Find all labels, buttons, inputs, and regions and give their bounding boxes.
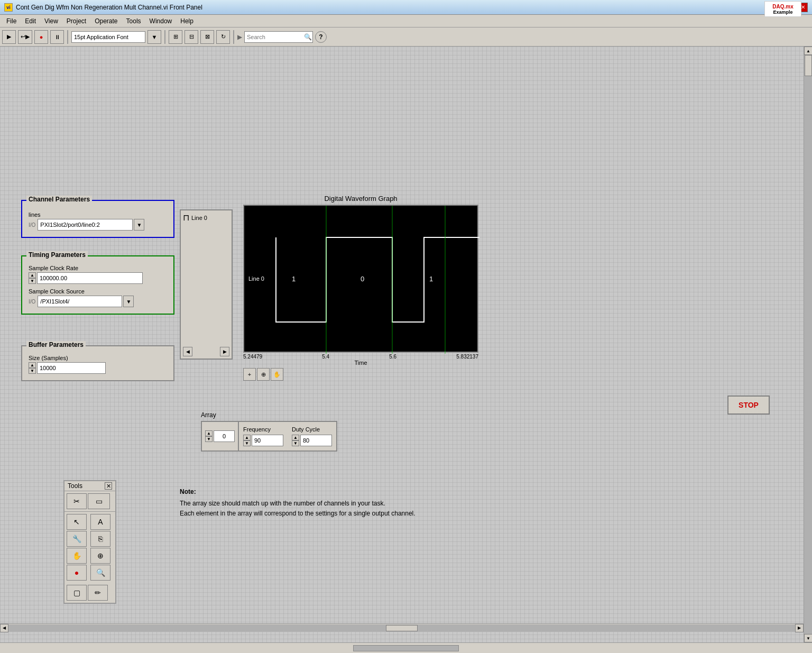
waveform-toolbar: + ⊕ ✋ [243, 368, 478, 381]
scroll-up-button[interactable]: ▲ [804, 47, 812, 55]
tool-probe[interactable]: 🔍 [90, 565, 110, 581]
io-prefix-clock: I/O [29, 299, 35, 305]
tools-title-bar: Tools ✕ [64, 481, 115, 491]
font-dropdown[interactable]: ▼ [147, 30, 161, 44]
dao-logo: DAQ.mx Example [764, 1, 801, 17]
menu-project[interactable]: Project [62, 16, 90, 26]
io-prefix-lines: I/O [29, 222, 35, 228]
tool-rect[interactable]: ▭ [88, 493, 110, 509]
duty-up[interactable]: ▲ [292, 435, 299, 440]
h-scroll-thumb[interactable] [386, 625, 418, 631]
pan-button[interactable]: ✋ [271, 368, 283, 381]
menu-operate[interactable]: Operate [90, 16, 122, 26]
freq-down[interactable]: ▼ [243, 440, 251, 446]
tools-close-button[interactable]: ✕ [105, 482, 112, 490]
menu-help[interactable]: Help [176, 16, 198, 26]
clock-rate-up[interactable]: ▲ [29, 272, 36, 278]
freq-up[interactable]: ▲ [243, 435, 251, 440]
toolbar-separator-2 [164, 30, 165, 44]
array-index-up[interactable]: ▲ [205, 430, 213, 436]
tool-hand[interactable]: ✋ [67, 548, 87, 564]
menu-edit[interactable]: Edit [21, 16, 40, 26]
clock-source-input[interactable] [38, 296, 122, 307]
buffer-parameters-box: Buffer Parameters Size (Samples) ▲ ▼ [21, 345, 174, 381]
run-button[interactable]: ▶ [2, 30, 16, 44]
size-input[interactable] [37, 362, 106, 374]
frequency-input[interactable] [252, 435, 283, 446]
clock-source-label: Sample Clock Source [29, 288, 167, 295]
h-scroll-track[interactable] [8, 624, 795, 632]
size-label: Size (Samples) [29, 355, 167, 361]
tool-stop-red[interactable]: ● [67, 565, 87, 581]
distribute-button[interactable]: ⊟ [184, 30, 198, 44]
stop-button[interactable]: STOP [727, 396, 770, 415]
size-up[interactable]: ▲ [29, 362, 36, 368]
lines-dropdown[interactable]: ▼ [134, 219, 144, 231]
clock-rate-down[interactable]: ▼ [29, 278, 36, 284]
array-container: ▲ ▼ Frequency ▲ ▼ [201, 421, 337, 452]
vertical-scrollbar[interactable]: ▲ ▼ [804, 47, 812, 642]
row-label: Line 0 [248, 275, 264, 282]
scroll-thumb[interactable] [805, 55, 812, 76]
tools-panel: Tools ✕ ✂ ▭ ↖ A 🔧 ⎘ ✋ ⊕ ● 🔍 ▢ ✏ [63, 480, 116, 604]
reorder-button[interactable]: ↻ [216, 30, 230, 44]
legend-scroll-left[interactable]: ◀ [183, 347, 192, 356]
resize-button[interactable]: ⊠ [200, 30, 214, 44]
clock-rate-input[interactable] [37, 272, 143, 284]
note-section: Note: The array size should match up wit… [180, 488, 416, 519]
tool-rect-outline[interactable]: ▢ [67, 585, 87, 601]
size-down[interactable]: ▼ [29, 368, 36, 374]
tool-scissors[interactable]: ✂ [67, 493, 87, 509]
tool-pointer[interactable]: ↖ [67, 514, 87, 530]
search-button[interactable]: 🔍 [304, 33, 312, 41]
status-center [2, 645, 810, 651]
window-icon: vi [4, 3, 13, 12]
align-button[interactable]: ⊞ [169, 30, 182, 44]
zoom-button[interactable]: + [243, 368, 256, 381]
tool-pencil[interactable]: ✏ [88, 585, 108, 601]
pause-button[interactable]: ⏸ [50, 30, 64, 44]
toolbar-separator-1 [67, 30, 68, 44]
tool-text[interactable]: A [90, 514, 110, 530]
duty-cycle-label: Duty Cycle [292, 426, 332, 433]
duty-cycle-input[interactable] [300, 435, 332, 446]
array-index-input[interactable] [214, 430, 235, 442]
scroll-left-button[interactable]: ◀ [0, 624, 8, 632]
menu-window[interactable]: Window [145, 16, 177, 26]
duty-cycle-spinner[interactable]: ▲ ▼ [292, 435, 299, 446]
scroll-right-button[interactable]: ▶ [795, 624, 804, 632]
tool-wrench[interactable]: 🔧 [67, 531, 87, 547]
size-spinner[interactable]: ▲ ▼ [29, 362, 36, 374]
legend-scroll-right[interactable]: ▶ [220, 347, 229, 356]
array-index-spinner[interactable]: ▲ ▼ [205, 430, 213, 442]
run-continuously-button[interactable]: ↩▶ [18, 30, 32, 44]
clock-rate-spinner[interactable]: ▲ ▼ [29, 272, 36, 284]
menu-view[interactable]: View [40, 16, 62, 26]
menu-file[interactable]: File [2, 16, 21, 26]
clock-source-dropdown[interactable]: ▼ [123, 296, 134, 307]
duty-down[interactable]: ▼ [292, 440, 299, 446]
scroll-down-button[interactable]: ▼ [804, 634, 812, 642]
legend-line0: ⊓ Line 0 [183, 213, 229, 223]
array-index-down[interactable]: ▼ [205, 436, 213, 442]
waveform-plot: Line 0 1 0 1 [243, 205, 478, 353]
menu-tools[interactable]: Tools [122, 16, 145, 26]
scroll-track[interactable] [804, 55, 812, 634]
toolbar: ▶ ↩▶ ● ⏸ ▼ ⊞ ⊟ ⊠ ↻ ▶ 🔍 ? DAQ.mx Example [0, 27, 812, 47]
xaxis-labels: 5.24479 5.4 5.6 5.832137 [243, 354, 478, 360]
abort-button[interactable]: ● [34, 30, 48, 44]
legend-scroll: ◀ ▶ [181, 347, 232, 356]
frequency-spinner[interactable]: ▲ ▼ [243, 435, 251, 446]
search-input[interactable] [244, 31, 313, 43]
xaxis-end: 5.832137 [456, 354, 478, 360]
tool-copy[interactable]: ⎘ [90, 531, 110, 547]
font-selector[interactable] [71, 31, 145, 43]
crosshair-button[interactable]: ⊕ [257, 368, 270, 381]
search-container: 🔍 [244, 31, 313, 43]
horizontal-scrollbar[interactable]: ◀ ▶ [0, 623, 804, 632]
stop-button-label: STOP [739, 401, 759, 409]
tool-crosshair[interactable]: ⊕ [90, 548, 110, 564]
help-button[interactable]: ? [315, 31, 327, 43]
xaxis-start: 5.24479 [243, 354, 262, 360]
lines-input[interactable] [38, 219, 133, 231]
